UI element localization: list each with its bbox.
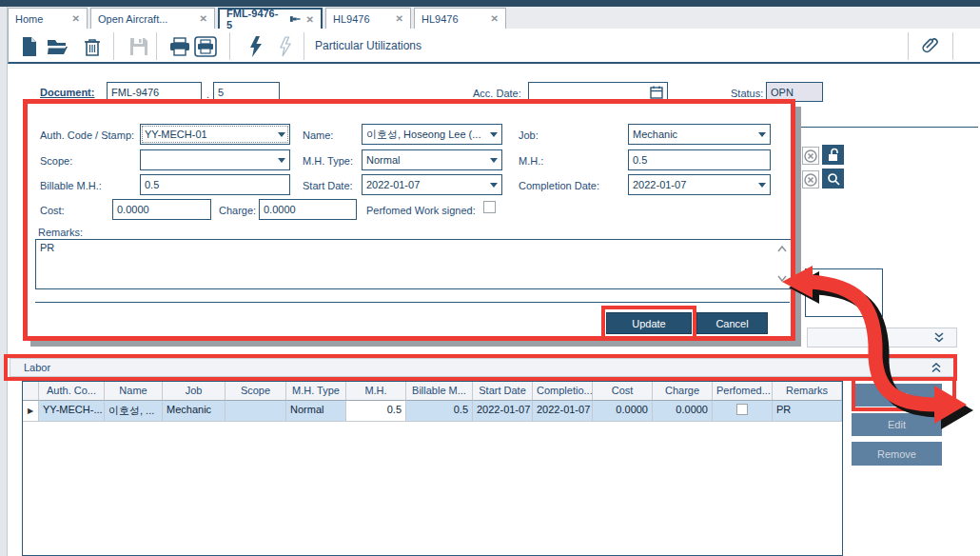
new-document-icon[interactable] — [18, 35, 41, 58]
name-dropdown[interactable]: 이호성, Hoseong Lee (... — [362, 124, 502, 145]
grid-cell[interactable] — [225, 401, 286, 422]
close-icon[interactable]: ✕ — [390, 13, 403, 24]
grid-header-cell[interactable]: Remarks — [773, 382, 842, 401]
tab-label: Home — [15, 13, 43, 25]
grid-cell[interactable] — [713, 401, 773, 422]
cost-input[interactable] — [112, 199, 211, 220]
grid-header-cell[interactable]: Name — [105, 382, 163, 401]
chevron-down-icon[interactable] — [278, 132, 285, 137]
mh-type-label: M.H. Type: — [303, 155, 353, 167]
print-icon[interactable] — [168, 35, 191, 58]
mh-type-dropdown[interactable]: Normal — [362, 149, 502, 170]
remarks-textarea[interactable]: PR — [35, 239, 793, 289]
delete-icon[interactable] — [81, 35, 104, 58]
collapse-double-chevron-up-icon[interactable] — [931, 363, 942, 373]
print-preview-icon[interactable] — [194, 35, 217, 58]
name-label: Name: — [303, 129, 333, 141]
unlock-icon[interactable] — [822, 145, 844, 165]
billable-mh-input[interactable] — [140, 174, 290, 195]
scroll-up-icon[interactable] — [776, 244, 788, 255]
save-icon[interactable] — [127, 35, 150, 58]
completion-date-dropdown[interactable]: 2022-01-07 — [628, 174, 771, 195]
charge-input[interactable] — [259, 199, 357, 220]
grid-cell[interactable]: 2022-01-07 — [473, 401, 533, 422]
grid-cell[interactable]: 2022-01-07 — [533, 401, 593, 422]
completion-date-label: Completion Date: — [519, 180, 599, 191]
chevron-down-icon[interactable] — [490, 132, 498, 137]
document-separator: . — [206, 89, 209, 100]
grid-header-cell[interactable]: Scope — [225, 382, 286, 401]
acc-date-label: Acc. Date: — [473, 88, 521, 99]
open-folder-icon[interactable] — [47, 35, 69, 58]
labor-section-header[interactable]: Labor — [10, 358, 956, 377]
toolbar: Particular Utilizations — [8, 29, 980, 64]
toolbar-separator — [113, 32, 114, 60]
grid-header-cell[interactable]: Start Date — [473, 382, 533, 401]
remove-button[interactable]: Remove — [852, 442, 942, 466]
execute-icon[interactable] — [245, 35, 267, 58]
grid-header-cell[interactable]: M.H. Type — [286, 382, 346, 401]
grid-cell[interactable]: 0.5 — [406, 401, 473, 422]
calendar-icon[interactable] — [650, 86, 663, 99]
grid-cell[interactable]: Normal — [286, 401, 346, 422]
tab-hl9476[interactable]: HL9476✕ — [414, 8, 506, 29]
grid-header-cell[interactable]: Charge — [653, 382, 713, 401]
edit-button[interactable]: Edit — [852, 413, 942, 436]
clear-icon[interactable] — [802, 170, 819, 189]
tab-fml-9476-5[interactable]: FML-9476-5✕ — [218, 8, 323, 29]
chevron-down-icon[interactable] — [278, 158, 285, 163]
chevron-down-icon[interactable] — [490, 183, 498, 188]
grid-header-cell[interactable]: Billable M... — [406, 382, 473, 401]
close-icon[interactable]: ✕ — [301, 14, 314, 25]
chevron-down-icon[interactable] — [758, 183, 766, 188]
grid-header-cell[interactable]: Cost — [593, 382, 653, 401]
job-dropdown[interactable]: Mechanic — [628, 124, 771, 145]
grid-header-cell[interactable]: Job — [163, 382, 225, 401]
grid-cell[interactable]: 이호성, ... — [105, 401, 163, 422]
execute-disabled-icon — [274, 35, 297, 58]
table-row[interactable]: ▶YY-MECH-...이호성, ...MechanicNormal0.50.5… — [23, 401, 842, 422]
grid-header-cell[interactable] — [23, 382, 39, 401]
tab-home[interactable]: Home✕ — [8, 8, 88, 29]
grid-cell[interactable]: Mechanic — [163, 401, 225, 422]
chevron-down-icon[interactable] — [490, 158, 498, 163]
performed-work-signed-label: Perfomed Work signed: — [366, 205, 476, 216]
scope-dropdown[interactable] — [140, 149, 290, 170]
document-revision-input[interactable] — [213, 82, 280, 103]
close-icon[interactable]: ✕ — [485, 13, 499, 24]
tab-hl9476[interactable]: HL9476✕ — [325, 8, 411, 29]
cancel-button[interactable]: Cancel — [696, 312, 768, 334]
start-date-label: Start Date: — [303, 180, 353, 191]
attachment-icon[interactable] — [918, 35, 941, 58]
update-button[interactable]: Update — [606, 312, 692, 334]
tab-open-aircraft-[interactable]: Open Aircraft...✕ — [90, 8, 215, 29]
performed-work-signed-checkbox[interactable] — [483, 201, 496, 213]
grid-header-cell[interactable]: Auth. Co... — [39, 382, 105, 401]
grid-header-cell[interactable]: Completio... — [533, 382, 593, 401]
search-icon[interactable] — [822, 169, 844, 189]
grid-cell[interactable]: 0.0000 — [593, 401, 653, 422]
mh-input[interactable] — [628, 149, 771, 170]
expand-double-chevron-down-icon[interactable] — [933, 332, 945, 343]
document-number-input[interactable] — [107, 82, 202, 103]
row-checkbox[interactable] — [736, 404, 748, 415]
grid-cell[interactable]: 0.0000 — [653, 401, 713, 422]
auth-code-dropdown[interactable]: YY-MECH-01 — [140, 124, 290, 145]
acc-date-input[interactable] — [528, 82, 668, 104]
chevron-down-icon[interactable] — [758, 132, 766, 137]
cost-label: Cost: — [40, 205, 65, 216]
collapsed-panel-bar[interactable] — [807, 328, 957, 348]
close-icon[interactable]: ✕ — [67, 13, 80, 24]
new-button[interactable]: New — [852, 384, 942, 407]
start-date-dropdown[interactable]: 2022-01-07 — [362, 174, 502, 195]
clear-icon[interactable] — [802, 147, 819, 165]
grid-header-cell[interactable]: M.H. — [346, 382, 406, 401]
grid-cell[interactable]: 0.5 — [346, 401, 406, 422]
pin-icon[interactable] — [289, 14, 301, 24]
grid-header-cell[interactable]: Perfomed... — [713, 382, 773, 401]
scroll-down-icon[interactable] — [776, 273, 788, 285]
grid-cell[interactable]: PR — [773, 401, 842, 422]
grid-cell[interactable]: YY-MECH-... — [39, 401, 105, 422]
job-label: Job: — [519, 129, 539, 141]
close-icon[interactable]: ✕ — [194, 13, 207, 24]
